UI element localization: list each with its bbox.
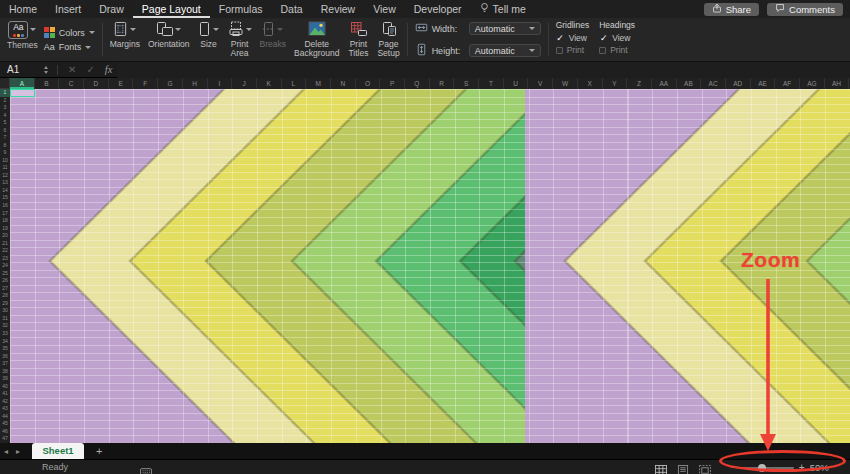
page-break-view-button[interactable] xyxy=(699,462,711,474)
menu-insert[interactable]: Insert xyxy=(46,0,90,18)
column-header-m[interactable]: M xyxy=(306,78,331,89)
name-box-stepper[interactable] xyxy=(40,66,52,74)
width-dropdown[interactable]: Automatic xyxy=(469,22,541,35)
column-header-w[interactable]: W xyxy=(553,78,578,89)
ribbon-orientation-button[interactable]: Orientation xyxy=(144,18,194,61)
row-header-16[interactable]: 16 xyxy=(0,202,10,210)
next-sheet-button[interactable]: ▸ xyxy=(12,447,24,456)
row-header-3[interactable]: 3 xyxy=(0,104,10,112)
row-header-1[interactable]: 1 xyxy=(0,89,10,97)
tell-me-menu[interactable]: Tell me xyxy=(471,2,535,16)
row-header-37[interactable]: 37 xyxy=(0,360,10,368)
row-header-25[interactable]: 25 xyxy=(0,270,10,278)
row-header-10[interactable]: 10 xyxy=(0,157,10,165)
menu-developer[interactable]: Developer xyxy=(405,0,471,18)
add-sheet-button[interactable]: + xyxy=(84,443,114,459)
row-header-8[interactable]: 8 xyxy=(0,142,10,150)
menu-review[interactable]: Review xyxy=(312,0,364,18)
column-header-ac[interactable]: AC xyxy=(701,78,726,89)
column-header-k[interactable]: K xyxy=(257,78,282,89)
row-header-36[interactable]: 36 xyxy=(0,353,10,361)
column-header-n[interactable]: N xyxy=(331,78,356,89)
row-header-24[interactable]: 24 xyxy=(0,262,10,270)
menu-home[interactable]: Home xyxy=(0,0,46,18)
row-header-41[interactable]: 41 xyxy=(0,390,10,398)
row-header-44[interactable]: 44 xyxy=(0,413,10,421)
row-header-4[interactable]: 4 xyxy=(0,112,10,120)
column-header-g[interactable]: G xyxy=(158,78,183,89)
row-header-7[interactable]: 7 xyxy=(0,134,10,142)
name-box[interactable]: A1 xyxy=(0,64,40,75)
column-header-ad[interactable]: AD xyxy=(726,78,751,89)
ribbon-print-titles-button[interactable]: PrintTitles xyxy=(343,18,373,61)
gridlines-view-checkbox[interactable]: ✓ xyxy=(556,34,565,43)
row-header-30[interactable]: 30 xyxy=(0,307,10,315)
normal-view-button[interactable] xyxy=(655,462,667,474)
row-header-45[interactable]: 45 xyxy=(0,420,10,428)
menu-data[interactable]: Data xyxy=(272,0,312,18)
ribbon-margins-button[interactable]: Margins xyxy=(106,18,144,61)
column-header-j[interactable]: J xyxy=(232,78,257,89)
keyboard-settings-icon[interactable] xyxy=(140,463,152,474)
row-header-42[interactable]: 42 xyxy=(0,398,10,406)
row-header-6[interactable]: 6 xyxy=(0,127,10,135)
row-header-32[interactable]: 32 xyxy=(0,322,10,330)
share-button[interactable]: Share xyxy=(704,3,759,16)
column-header-q[interactable]: Q xyxy=(405,78,430,89)
row-header-29[interactable]: 29 xyxy=(0,300,10,308)
column-header-b[interactable]: B xyxy=(35,78,60,89)
selected-cell-a1[interactable] xyxy=(10,89,35,97)
column-header-af[interactable]: AF xyxy=(775,78,800,89)
row-header-20[interactable]: 20 xyxy=(0,232,10,240)
column-header-ae[interactable]: AE xyxy=(751,78,776,89)
prev-sheet-button[interactable]: ◂ xyxy=(0,447,12,456)
menu-draw[interactable]: Draw xyxy=(90,0,133,18)
column-header-r[interactable]: R xyxy=(430,78,455,89)
column-header-u[interactable]: U xyxy=(504,78,529,89)
menu-formulas[interactable]: Formulas xyxy=(210,0,272,18)
menu-page-layout[interactable]: Page Layout xyxy=(133,0,210,18)
colors-button[interactable]: Colors xyxy=(44,27,95,38)
column-header-s[interactable]: S xyxy=(454,78,479,89)
row-header-28[interactable]: 28 xyxy=(0,292,10,300)
row-header-12[interactable]: 12 xyxy=(0,172,10,180)
row-header-18[interactable]: 18 xyxy=(0,217,10,225)
column-header-p[interactable]: P xyxy=(380,78,405,89)
row-header-38[interactable]: 38 xyxy=(0,368,10,376)
row-header-5[interactable]: 5 xyxy=(0,119,10,127)
row-header-11[interactable]: 11 xyxy=(0,164,10,172)
column-header-v[interactable]: V xyxy=(528,78,553,89)
row-header-40[interactable]: 40 xyxy=(0,383,10,391)
row-header-43[interactable]: 43 xyxy=(0,405,10,413)
row-header-9[interactable]: 9 xyxy=(0,149,10,157)
column-header-ag[interactable]: AG xyxy=(800,78,825,89)
column-header-o[interactable]: O xyxy=(356,78,381,89)
headings-view-checkbox[interactable]: ✓ xyxy=(599,34,608,43)
ribbon-page-setup-button[interactable]: PageSetup xyxy=(373,18,403,61)
column-header-l[interactable]: L xyxy=(282,78,307,89)
sheet-tab-sheet1[interactable]: Sheet1 xyxy=(32,443,84,459)
row-header-22[interactable]: 22 xyxy=(0,247,10,255)
column-header-c[interactable]: C xyxy=(59,78,84,89)
row-header-15[interactable]: 15 xyxy=(0,194,10,202)
column-header-aa[interactable]: AA xyxy=(652,78,677,89)
select-all-corner[interactable] xyxy=(0,78,10,89)
row-header-21[interactable]: 21 xyxy=(0,240,10,248)
fonts-button[interactable]: Aa Fonts xyxy=(44,42,95,52)
row-header-35[interactable]: 35 xyxy=(0,345,10,353)
row-header-33[interactable]: 33 xyxy=(0,330,10,338)
page-layout-view-button[interactable] xyxy=(677,462,689,474)
row-header-17[interactable]: 17 xyxy=(0,210,10,218)
row-header-34[interactable]: 34 xyxy=(0,338,10,346)
column-header-h[interactable]: H xyxy=(183,78,208,89)
headings-print-checkbox[interactable] xyxy=(599,47,606,54)
comments-button[interactable]: Comments xyxy=(767,3,843,16)
column-header-x[interactable]: X xyxy=(578,78,603,89)
ribbon-delete-background-button[interactable]: DeleteBackground xyxy=(290,18,343,61)
column-header-ab[interactable]: AB xyxy=(677,78,702,89)
column-header-t[interactable]: T xyxy=(479,78,504,89)
themes-button[interactable]: Aa Themes xyxy=(5,18,40,61)
ribbon-print-area-button[interactable]: PrintArea xyxy=(224,18,256,61)
row-header-46[interactable]: 46 xyxy=(0,428,10,436)
menu-view[interactable]: View xyxy=(364,0,405,18)
